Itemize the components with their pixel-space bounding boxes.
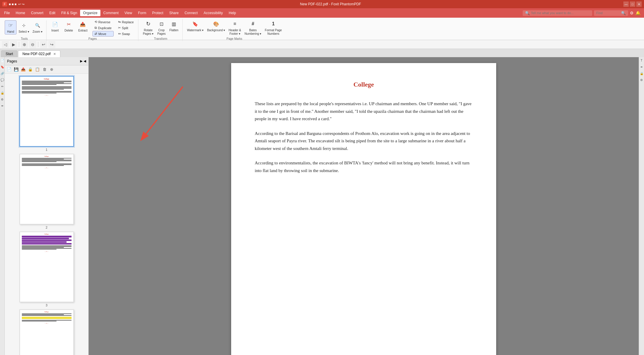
background-button[interactable]: 🎨 Background ▾ — [206, 19, 226, 33]
document-view[interactable]: College These lists are prepared by the … — [89, 57, 639, 355]
zoom-tool-button[interactable]: 🔍 Zoom ▾ — [31, 20, 44, 34]
page-thumb-3[interactable]: College — [7, 232, 86, 307]
notification-icon[interactable]: 🔔 — [635, 11, 640, 15]
duplicate-icon: ⧉ — [95, 26, 97, 30]
sidebar-tool-6[interactable]: 🔒 — [0, 91, 4, 95]
sidebar-tool-3[interactable]: 🔗 — [0, 71, 4, 75]
panel-tool-2[interactable]: 💾 — [13, 66, 19, 73]
find-input[interactable] — [596, 11, 620, 15]
minimize-button[interactable]: — — [623, 1, 629, 7]
forward-button[interactable]: ▶ — [10, 41, 17, 48]
delete-button[interactable]: ✂ Delete — [63, 19, 75, 33]
tab-close-icon[interactable]: ✕ — [53, 52, 56, 56]
undo-button[interactable]: ↩ — [40, 41, 47, 48]
ribbon-group-pages: 📄 Insert ✂ Delete 📤 Extract — [47, 19, 138, 41]
menu-item-edit[interactable]: Edit — [46, 10, 58, 16]
sidebar-tool-2[interactable]: 🔖 — [0, 65, 4, 69]
format-page-icon: 1 — [269, 20, 277, 28]
expand-icon[interactable]: ▶ — [80, 59, 82, 63]
menu-item-protect[interactable]: Protect — [149, 10, 166, 16]
reverse-button[interactable]: ⟲ Reverse — [92, 19, 114, 25]
swap-button[interactable]: ⇔ Swap — [116, 31, 136, 37]
header-footer-button[interactable]: ≡ Header &Footer ▾ — [227, 19, 242, 37]
replace-icon: ⇋ — [118, 20, 121, 24]
menu-item-file[interactable]: File — [1, 10, 13, 16]
right-tool-3[interactable]: 🔒 — [640, 71, 644, 75]
panel-tool-6[interactable]: 🗑 — [41, 66, 48, 73]
panel-tool-4[interactable]: 🔒 — [27, 66, 34, 73]
menu-item-home[interactable]: Home — [13, 10, 28, 16]
menu-item-fill-sign[interactable]: Fill & Sign — [58, 10, 80, 16]
flatten-button[interactable]: ▥ Flatten — [168, 19, 180, 33]
split-button[interactable]: ✂ Split — [116, 25, 136, 31]
move-button[interactable]: ⇄ Move — [92, 31, 114, 37]
menu-item-comment[interactable]: Comment — [100, 10, 122, 16]
zoom-out-button[interactable]: ⊖ — [29, 41, 36, 48]
sidebar-tool-4[interactable]: 💬 — [0, 78, 4, 82]
pages-panel-header: Pages ▶ ◀ — [5, 57, 88, 65]
ribbon-group-page-marks: 🔖 Watermark ▾ 🎨 Background ▾ ≡ Header &F… — [183, 19, 286, 41]
right-tool-1[interactable]: T — [640, 58, 644, 62]
zoom-icon: 🔍 — [33, 21, 42, 29]
header-footer-icon: ≡ — [231, 20, 239, 28]
right-tool-2[interactable]: ✒ — [640, 65, 644, 69]
settings-icon[interactable]: ⚙ — [630, 11, 634, 15]
panel-tool-5[interactable]: 📋 — [34, 66, 41, 73]
collapse-icon[interactable]: ◀ — [84, 59, 86, 63]
title-bar: F ■ ■ ■ ↩ ↪ New PDF-022.pdf - Foxit Phan… — [0, 0, 644, 8]
duplicate-button[interactable]: ⧉ Duplicate — [92, 25, 114, 31]
insert-button[interactable]: 📄 Insert — [49, 19, 61, 33]
ribbon: ☞ Hand ⊹ Select ▾ 🔍 Zoom ▾ Tools 📄 — [0, 18, 644, 40]
bates-numbering-button[interactable]: # BatesNumbering ▾ — [243, 19, 263, 37]
page-thumb-1[interactable]: College — [7, 76, 86, 151]
tab-pdf[interactable]: New PDF-022.pdf ✕ — [18, 50, 60, 57]
pages-group-label: Pages — [88, 37, 97, 40]
hand-tool-button[interactable]: ☞ Hand — [5, 20, 16, 34]
pages-panel: Pages ▶ ◀ 📄 💾 📤 🔒 📋 🗑 ⊕ College — [5, 57, 89, 355]
panel-tool-7[interactable]: ⊕ — [48, 66, 55, 73]
sidebar-tool-5[interactable]: ✏ — [0, 84, 4, 88]
menu-item-share[interactable]: Share — [166, 10, 182, 16]
select-tool-button[interactable]: ⊹ Select ▾ — [17, 20, 31, 34]
menu-item-organize[interactable]: Organize — [80, 10, 100, 16]
crop-pages-button[interactable]: ⊡ CropPages — [155, 19, 167, 37]
page-1-label: 1 — [46, 148, 47, 151]
flatten-icon: ▥ — [170, 20, 178, 28]
sidebar-tool-8[interactable]: ✒ — [0, 104, 4, 108]
menu-item-help[interactable]: Help — [226, 10, 239, 16]
menu-item-connect[interactable]: Connect — [182, 10, 201, 16]
replace-button[interactable]: ⇋ Replace — [116, 19, 136, 25]
split-icon: ✂ — [118, 26, 121, 30]
right-tool-4[interactable]: ⚙ — [640, 78, 644, 82]
rotate-pages-button[interactable]: ↻ RotatePages ▾ — [141, 19, 155, 37]
redo-button[interactable]: ↪ — [48, 41, 55, 48]
page-marks-group-label: Page Marks — [226, 37, 242, 40]
menu-item-convert[interactable]: Convert — [28, 10, 46, 16]
help-search-input[interactable] — [531, 11, 590, 15]
menu-bar: FileHomeConvertEditFill & SignOrganizeCo… — [0, 8, 644, 18]
panel-tool-3[interactable]: 📤 — [20, 66, 27, 73]
maximize-button[interactable]: □ — [630, 1, 635, 7]
main-container: 📄 🔖 🔗 💬 ✏ 🔒 ⚙ ✒ Pages ▶ ◀ 📄 💾 📤 🔒 📋 🗑 ⊕ — [0, 57, 644, 355]
format-page-numbers-button[interactable]: 1 Format PageNumbers — [263, 19, 283, 37]
pages-panel-toolbar: 📄 💾 📤 🔒 📋 🗑 ⊕ — [5, 65, 88, 74]
panel-tool-1[interactable]: 📄 — [6, 66, 12, 73]
select-icon: ⊹ — [20, 21, 28, 29]
sidebar-tool-7[interactable]: ⚙ — [0, 97, 4, 101]
page-thumb-4[interactable]: College — 4 — 4 — [7, 309, 86, 355]
tab-start[interactable]: Start — [1, 50, 17, 57]
insert-icon: 📄 — [51, 20, 59, 28]
zoom-in-button[interactable]: ⊕ — [21, 41, 28, 48]
rotate-icon: ↻ — [144, 20, 152, 28]
menu-item-view[interactable]: View — [122, 10, 135, 16]
close-button[interactable]: ✕ — [636, 1, 642, 7]
sidebar-tool-1[interactable]: 📄 — [0, 58, 4, 62]
page-thumb-2[interactable]: College — 2 — — [7, 154, 86, 229]
back-button[interactable]: ◁ — [2, 41, 9, 48]
watermark-button[interactable]: 🔖 Watermark ▾ — [186, 19, 205, 33]
menu-item-form[interactable]: Form — [135, 10, 149, 16]
delete-icon: ✂ — [64, 20, 73, 28]
document-page: College These lists are prepared by the … — [231, 63, 496, 355]
extract-button[interactable]: 📤 Extract — [77, 19, 89, 33]
menu-item-accessibility[interactable]: Accessibility — [201, 10, 226, 16]
